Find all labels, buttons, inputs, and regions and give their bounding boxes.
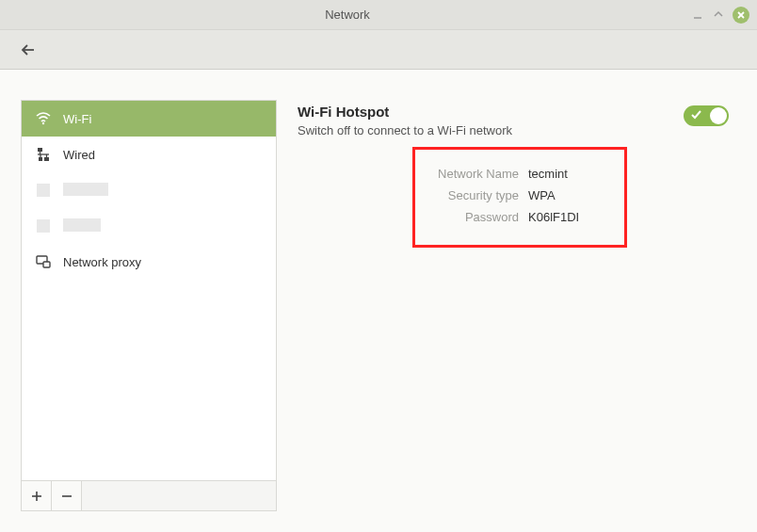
password-label: Password: [425, 210, 519, 224]
network-name-label: Network Name: [425, 167, 519, 181]
svg-rect-13: [43, 262, 50, 267]
security-type-value: WPA: [528, 188, 556, 202]
redacted-icon: [35, 219, 52, 233]
remove-button[interactable]: [52, 481, 82, 510]
wifi-icon: [35, 111, 52, 126]
row-network-name: Network Name tecmint: [425, 167, 615, 181]
sidebar-item-redacted[interactable]: [22, 172, 276, 208]
row-security-type: Security type WPA: [425, 188, 615, 202]
page-title: Wi-Fi Hotspot: [298, 104, 512, 120]
sidebar-item-label: Wi-Fi: [63, 112, 91, 126]
window-title: Network: [8, 8, 687, 22]
maximize-button[interactable]: [708, 5, 729, 25]
toggle-knob: [710, 107, 727, 124]
hotspot-toggle[interactable]: [684, 105, 729, 126]
main-header-text: Wi-Fi Hotspot Switch off to connect to a…: [298, 104, 512, 137]
sidebar-item-label: Network proxy: [63, 255, 141, 269]
network-name-value: tecmint: [528, 167, 568, 181]
sidebar-item-label: [63, 183, 108, 199]
sidebar-item-network-proxy[interactable]: Network proxy: [22, 244, 276, 280]
svg-rect-7: [39, 157, 42, 161]
main-header: Wi-Fi Hotspot Switch off to connect to a…: [298, 104, 736, 137]
redacted-icon: [35, 184, 52, 197]
sidebar-toolbar: [21, 481, 277, 511]
content-area: Wi-Fi Wired Network proxy: [0, 70, 757, 532]
sidebar-item-redacted[interactable]: [22, 208, 276, 244]
wired-icon: [35, 147, 52, 162]
minimize-button[interactable]: [687, 5, 708, 25]
row-password: Password K06lF1DI: [425, 210, 615, 224]
password-value: K06lF1DI: [528, 210, 579, 224]
title-bar: Network: [0, 0, 757, 30]
svg-point-4: [42, 122, 44, 124]
sidebar-wrap: Wi-Fi Wired Network proxy: [21, 100, 277, 511]
sidebar-item-label: Wired: [63, 148, 95, 162]
back-button[interactable]: [15, 37, 41, 63]
sidebar-item-wired[interactable]: Wired: [22, 137, 276, 172]
page-subtitle: Switch off to connect to a Wi-Fi network: [298, 123, 512, 137]
sidebar-item-label: [63, 218, 101, 234]
security-type-label: Security type: [425, 188, 519, 202]
proxy-icon: [35, 254, 52, 269]
close-button[interactable]: [733, 7, 749, 24]
sidebar: Wi-Fi Wired Network proxy: [21, 100, 277, 481]
add-button[interactable]: [22, 481, 52, 510]
svg-rect-5: [38, 148, 42, 152]
sidebar-item-wifi[interactable]: Wi-Fi: [22, 101, 276, 137]
header-bar: [0, 30, 757, 70]
main-panel: Wi-Fi Hotspot Switch off to connect to a…: [298, 100, 736, 511]
check-icon: [691, 108, 702, 125]
hotspot-details: Network Name tecmint Security type WPA P…: [412, 147, 627, 248]
svg-rect-6: [44, 157, 49, 161]
